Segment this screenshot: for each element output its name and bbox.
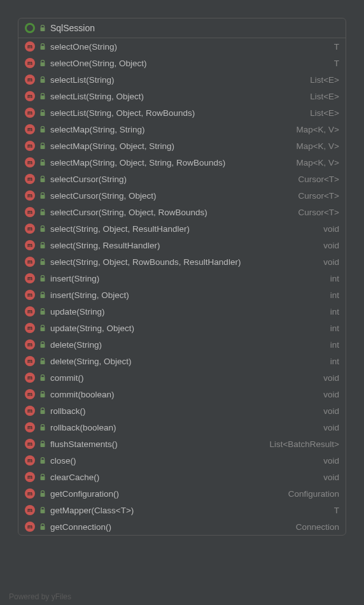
- return-type: void: [323, 373, 339, 383]
- method-signature: getConfiguration(): [50, 489, 284, 499]
- lock-icon: [39, 25, 46, 31]
- svg-rect-16: [41, 294, 45, 298]
- svg-rect-11: [41, 211, 45, 215]
- method-signature: selectMap(String, Object, String): [50, 141, 291, 151]
- svg-rect-18: [41, 327, 45, 331]
- method-signature: selectCursor(String): [50, 174, 293, 184]
- method-signature: insert(String, Object): [50, 290, 326, 300]
- method-row[interactable]: mgetConnection()Connection: [18, 518, 346, 535]
- method-row[interactable]: mselect(String, Object, RowBounds, Resul…: [18, 253, 346, 270]
- method-signature: commit(boolean): [50, 390, 319, 399]
- return-type: void: [323, 257, 339, 267]
- method-row[interactable]: mselectCursor(String, Object)Cursor<T>: [18, 187, 346, 204]
- svg-rect-26: [41, 460, 45, 464]
- method-icon: m: [25, 439, 35, 449]
- method-row[interactable]: mselectOne(String)T: [18, 38, 346, 55]
- return-type: int: [330, 274, 339, 283]
- method-icon: m: [25, 273, 35, 283]
- method-icon: m: [25, 323, 35, 333]
- method-signature: select(String, ResultHandler): [50, 241, 319, 250]
- method-row[interactable]: minsert(String, Object)int: [18, 287, 346, 303]
- method-row[interactable]: mselectList(String, Object)List<E>: [18, 88, 346, 104]
- method-row[interactable]: mclearCache()void: [18, 469, 346, 485]
- method-icon: m: [25, 472, 35, 482]
- footer-text: Powered by yFiles: [9, 592, 71, 601]
- method-row[interactable]: mselectList(String, Object, RowBounds)Li…: [18, 104, 346, 121]
- method-signature: clearCache(): [50, 473, 319, 482]
- return-type: int: [330, 324, 339, 333]
- method-signature: update(String): [50, 307, 326, 317]
- return-type: List<E>: [310, 92, 339, 101]
- svg-rect-2: [41, 62, 45, 66]
- return-type: int: [330, 357, 339, 366]
- method-signature: close(): [50, 456, 319, 466]
- method-row[interactable]: mcommit()void: [18, 369, 346, 386]
- method-signature: selectOne(String): [50, 42, 330, 52]
- lock-icon: [39, 308, 46, 315]
- method-row[interactable]: mselectMap(String, String)Map<K, V>: [18, 121, 346, 138]
- method-row[interactable]: mflushStatements()List<BatchResult>: [18, 436, 346, 452]
- svg-rect-30: [41, 526, 45, 530]
- return-type: void: [323, 390, 339, 399]
- method-icon: m: [25, 41, 35, 52]
- method-icon: m: [25, 455, 35, 466]
- method-signature: selectMap(String, String): [50, 125, 291, 134]
- return-type: T: [334, 506, 339, 515]
- return-type: Map<K, V>: [296, 125, 339, 134]
- lock-icon: [39, 457, 46, 464]
- return-type: int: [330, 290, 339, 300]
- svg-rect-0: [41, 27, 45, 31]
- method-row[interactable]: mselectMap(String, Object, String, RowBo…: [18, 154, 346, 171]
- method-row[interactable]: mclose()void: [18, 452, 346, 469]
- method-icon: m: [25, 108, 35, 118]
- return-type: void: [323, 241, 339, 250]
- method-row[interactable]: mselectCursor(String)Cursor<T>: [18, 171, 346, 187]
- method-row[interactable]: mselectOne(String, Object)T: [18, 55, 346, 71]
- method-row[interactable]: mselect(String, Object, ResultHandler)vo…: [18, 220, 346, 237]
- method-row[interactable]: mcommit(boolean)void: [18, 386, 346, 402]
- lock-icon: [39, 225, 46, 232]
- method-signature: selectOne(String, Object): [50, 59, 330, 68]
- method-row[interactable]: mrollback(boolean)void: [18, 419, 346, 436]
- svg-rect-8: [41, 162, 45, 166]
- lock-icon: [39, 374, 46, 381]
- method-icon: m: [25, 91, 35, 101]
- method-icon: m: [25, 257, 35, 267]
- method-row[interactable]: mselect(String, ResultHandler)void: [18, 237, 346, 253]
- lock-icon: [39, 209, 46, 215]
- lock-icon: [39, 259, 46, 265]
- method-row[interactable]: mgetMapper(Class<T>)T: [18, 502, 346, 518]
- return-type: T: [334, 42, 339, 52]
- return-type: void: [323, 224, 339, 234]
- method-icon: m: [25, 339, 35, 350]
- method-signature: rollback(boolean): [50, 423, 319, 432]
- method-row[interactable]: mrollback()void: [18, 402, 346, 419]
- return-type: Cursor<T>: [298, 174, 339, 184]
- lock-icon: [39, 507, 46, 513]
- lock-icon: [39, 408, 46, 414]
- lock-icon: [39, 292, 46, 298]
- method-row[interactable]: minsert(String)int: [18, 270, 346, 287]
- method-signature: delete(String, Object): [50, 357, 326, 366]
- method-row[interactable]: mupdate(String)int: [18, 303, 346, 320]
- svg-rect-3: [41, 79, 45, 83]
- lock-icon: [39, 192, 46, 199]
- method-icon: m: [25, 356, 35, 366]
- method-row[interactable]: mselectMap(String, Object, String)Map<K,…: [18, 138, 346, 154]
- method-icon: m: [25, 124, 35, 134]
- method-row[interactable]: mupdate(String, Object)int: [18, 320, 346, 336]
- method-icon: m: [25, 522, 35, 532]
- lock-icon: [39, 275, 46, 281]
- method-row[interactable]: mdelete(String, Object)int: [18, 353, 346, 369]
- svg-rect-1: [41, 46, 45, 50]
- class-box[interactable]: SqlSession mselectOne(String)TmselectOne…: [18, 18, 346, 536]
- method-row[interactable]: mselectCursor(String, Object, RowBounds)…: [18, 204, 346, 220]
- method-row[interactable]: mselectList(String)List<E>: [18, 71, 346, 88]
- method-icon: m: [25, 406, 35, 416]
- class-header[interactable]: SqlSession: [18, 18, 346, 38]
- svg-rect-17: [41, 311, 45, 315]
- methods-list: mselectOne(String)TmselectOne(String, Ob…: [18, 38, 346, 535]
- method-row[interactable]: mgetConfiguration()Configuration: [18, 485, 346, 502]
- svg-rect-27: [41, 476, 45, 480]
- method-row[interactable]: mdelete(String)int: [18, 336, 346, 353]
